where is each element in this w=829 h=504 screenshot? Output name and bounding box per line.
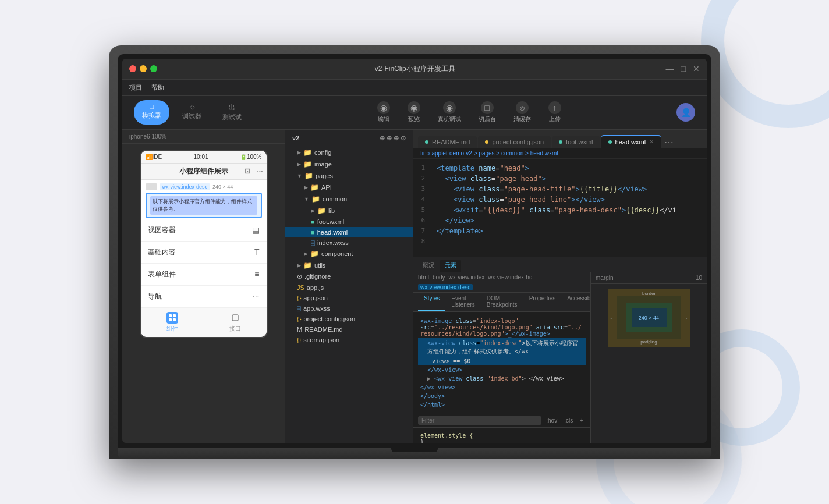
tree-item-config[interactable]: ▶ 📁 config bbox=[285, 147, 413, 158]
action-upload-label: 上传 bbox=[549, 115, 561, 123]
tree-item-common[interactable]: ▼ 📁 common bbox=[285, 193, 413, 205]
tree-item-image[interactable]: ▶ 📁 image bbox=[285, 158, 413, 170]
tab-project-config[interactable]: project.config.json bbox=[478, 136, 551, 148]
margin-value: 10 bbox=[696, 275, 702, 281]
source-tab-overview[interactable]: 概况 bbox=[418, 260, 439, 272]
line-number: 2 bbox=[413, 175, 432, 184]
more-tabs-icon[interactable]: ⋯ bbox=[664, 137, 674, 148]
elem-body[interactable]: body bbox=[433, 274, 445, 281]
line-content bbox=[432, 237, 707, 247]
html-source-panel: html body wx-view.index wx-view.index-hd… bbox=[413, 272, 590, 443]
devtools-tab-properties[interactable]: Properties bbox=[523, 293, 562, 311]
elem-wxview-indexdesc[interactable]: wx-view.index-desc bbox=[418, 284, 473, 290]
devtools-tabs: Styles Event Listeners DOM Breakpoints P… bbox=[413, 293, 590, 312]
tree-item-label: component bbox=[321, 250, 353, 257]
tab-test[interactable]: 出 测试试 bbox=[214, 100, 250, 125]
drag-handle bbox=[146, 183, 157, 190]
nav-components[interactable]: 组件 bbox=[141, 312, 204, 333]
element-size: 240 × 44 bbox=[212, 184, 233, 190]
minimize-icon[interactable]: — bbox=[666, 64, 674, 73]
devtools-tab-accessibility[interactable]: Accessibility bbox=[561, 293, 590, 311]
code-editor[interactable]: 1 <template name="head"> 2 <view class="… bbox=[413, 159, 707, 257]
tree-item-gitignore[interactable]: ⊙ .gitignore bbox=[285, 271, 413, 282]
arrow-icon: ▶ bbox=[304, 184, 308, 190]
tree-item-index-wxss[interactable]: ⌸ index.wxss bbox=[285, 237, 413, 248]
action-edit-label: 编辑 bbox=[378, 115, 389, 123]
tree-item-sitemap[interactable]: {} sitemap.json bbox=[285, 335, 413, 345]
battery-text: 🔋100% bbox=[240, 154, 262, 160]
user-avatar[interactable]: 👤 bbox=[676, 103, 695, 122]
time-text: 10:01 bbox=[194, 154, 208, 160]
tab-foot-wxml[interactable]: foot.wxml bbox=[552, 136, 600, 148]
html-tag: <wx-view bbox=[427, 340, 455, 346]
action-edit[interactable]: ◉ 编辑 bbox=[377, 101, 390, 123]
tree-item-app-json[interactable]: {} app.json bbox=[285, 293, 413, 303]
action-upload[interactable]: ↑ 上传 bbox=[548, 101, 561, 123]
svg-rect-6 bbox=[233, 318, 236, 318]
action-cut-backend[interactable]: □ 切后台 bbox=[479, 101, 496, 123]
tree-item-utils[interactable]: ▶ 📁 utils bbox=[285, 260, 413, 271]
tree-item-label: image bbox=[314, 161, 332, 168]
tree-item-pages[interactable]: ▼ 📁 pages bbox=[285, 170, 413, 182]
nav-api[interactable]: 接口 bbox=[204, 312, 267, 333]
source-tab-elements[interactable]: 元素 bbox=[440, 260, 461, 272]
devtools-tab-event-listeners[interactable]: Event Listeners bbox=[445, 293, 481, 311]
styles-filter-input[interactable] bbox=[418, 416, 541, 425]
menu-item-basic[interactable]: 基础内容 T bbox=[141, 242, 267, 264]
menu-project[interactable]: 项目 bbox=[129, 83, 142, 92]
menu-item-nav[interactable]: 导航 ··· bbox=[141, 286, 267, 308]
elem-wxview-indexhd[interactable]: wx-view.index-hd bbox=[488, 274, 532, 281]
phone-expand-icon[interactable]: ⊡ bbox=[245, 167, 250, 175]
tab-head-wxml[interactable]: head.wxml ✕ bbox=[601, 135, 661, 148]
tree-item-head-wxml[interactable]: ■ head.wxml bbox=[285, 227, 413, 237]
phone-more-icon[interactable]: ··· bbox=[257, 167, 263, 175]
menu-item-form[interactable]: 表单组件 ≡ bbox=[141, 264, 267, 286]
elem-wxview-index[interactable]: wx-view.index bbox=[449, 274, 485, 281]
action-cut-backend-label: 切后台 bbox=[479, 115, 496, 123]
menu-bar: 项目 帮助 bbox=[122, 80, 707, 96]
xml-file-icon: ■ bbox=[311, 218, 315, 225]
maximize-button[interactable] bbox=[150, 65, 157, 72]
tree-item-project-config[interactable]: {} project.config.json bbox=[285, 314, 413, 324]
menu-help[interactable]: 帮助 bbox=[151, 83, 164, 92]
action-real-machine[interactable]: ◉ 真机调试 bbox=[438, 101, 461, 123]
json-file-icon: {} bbox=[297, 315, 301, 322]
editor-tabs: README.md project.config.json foot.wxml bbox=[413, 130, 707, 148]
window-controls bbox=[129, 65, 157, 72]
close-button[interactable] bbox=[129, 65, 136, 72]
action-preview[interactable]: ◉ 预览 bbox=[408, 101, 420, 123]
editor-panel: README.md project.config.json foot.wxml bbox=[413, 130, 707, 443]
html-attr: class bbox=[466, 375, 483, 382]
action-real-machine-label: 真机调试 bbox=[438, 115, 461, 123]
close-icon[interactable]: ✕ bbox=[693, 64, 700, 73]
tree-item-app-wxss[interactable]: ⌸ app.wxss bbox=[285, 303, 413, 314]
tab-debugger[interactable]: ◇ 调试器 bbox=[174, 100, 210, 125]
tree-item-app-js[interactable]: JS app.js bbox=[285, 282, 413, 293]
code-line-6: 6 </view> bbox=[413, 216, 707, 226]
tree-item-readme[interactable]: M README.md bbox=[285, 324, 413, 335]
restore-icon[interactable]: □ bbox=[681, 64, 686, 73]
action-clear-cache[interactable]: ⌾ 清缓存 bbox=[513, 101, 531, 123]
devtools-tab-dom-breakpoints[interactable]: DOM Breakpoints bbox=[481, 293, 523, 311]
hover-filter-btn[interactable]: :hov bbox=[544, 416, 559, 425]
cls-filter-btn[interactable]: .cls bbox=[562, 416, 575, 425]
tree-item-api[interactable]: ▶ 📁 API bbox=[285, 182, 413, 193]
toolbar-tabs: □ 模拟器 ◇ 调试器 出 测试试 bbox=[134, 100, 250, 125]
tree-item-foot-wxml[interactable]: ■ foot.wxml bbox=[285, 216, 413, 227]
title-bar: v2-FinClip小程序开发工具 — □ ✕ bbox=[122, 59, 707, 80]
tab-readme[interactable]: README.md bbox=[418, 136, 477, 148]
elem-html[interactable]: html bbox=[418, 274, 429, 281]
add-filter-btn[interactable]: + bbox=[578, 416, 586, 425]
tree-item-lib[interactable]: ▶ 📁 lib bbox=[285, 205, 413, 216]
css-close-brace: } bbox=[420, 439, 424, 443]
minimize-button[interactable] bbox=[140, 65, 147, 72]
devtools-tab-styles[interactable]: Styles bbox=[418, 293, 445, 311]
folder-icon: 📁 bbox=[303, 148, 312, 157]
tab-simulator[interactable]: □ 模拟器 bbox=[134, 100, 169, 125]
css-selector: element.style { bbox=[420, 432, 473, 439]
menu-item-viewcontainer[interactable]: 视图容器 ▤ bbox=[141, 219, 267, 242]
tree-item-component[interactable]: ▶ 📁 component bbox=[285, 248, 413, 260]
form-label: 表单组件 bbox=[148, 269, 176, 279]
html-collapse[interactable]: ▶ bbox=[427, 375, 431, 382]
tab-close-icon[interactable]: ✕ bbox=[649, 139, 654, 145]
